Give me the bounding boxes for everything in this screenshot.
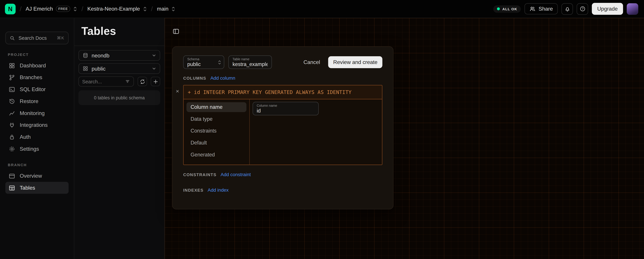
sidebar: Search Docs ⌘K PROJECT Dashboard Branche… (0, 18, 74, 259)
share-label: Share (539, 6, 553, 12)
sidebar-item-auth[interactable]: Auth (6, 131, 68, 143)
status-badge[interactable]: ALL OK (493, 5, 521, 12)
table-name-field-label: Table name (232, 57, 268, 61)
tables-icon (8, 185, 15, 191)
tab-generated[interactable]: Generated (186, 150, 246, 160)
sidebar-item-label: Settings (20, 146, 39, 152)
tables-panel-controls: neondb public (74, 46, 164, 109)
sidebar-item-monitoring[interactable]: Monitoring (6, 107, 68, 119)
gear-icon (8, 146, 15, 152)
refresh-icon (140, 79, 145, 84)
indexes-section-label: INDEXES (183, 188, 204, 192)
chevron-updown-icon (73, 6, 77, 12)
sidebar-item-sql-editor[interactable]: SQL Editor (6, 83, 68, 95)
breadcrumb-branch[interactable]: main (157, 6, 176, 12)
sidebar-item-integrations[interactable]: Integrations (6, 119, 68, 131)
column-editor-body: Column name Data type Constraints Defaul… (184, 99, 382, 165)
cancel-button[interactable]: Cancel (300, 57, 324, 68)
add-table-button[interactable] (151, 77, 160, 86)
panel-toggle-button[interactable] (171, 27, 180, 36)
tables-search-row (78, 76, 160, 87)
table-name-field[interactable]: Table name (228, 55, 272, 69)
chevron-updown-icon (171, 6, 176, 12)
tab-default[interactable]: Default (186, 138, 246, 148)
integrations-icon (8, 122, 15, 128)
sidebar-item-branches[interactable]: Branches (6, 71, 68, 83)
help-button[interactable]: ? (577, 3, 588, 14)
bell-icon (564, 6, 570, 12)
table-name-input[interactable] (232, 61, 268, 68)
filter-icon (125, 79, 130, 84)
sidebar-item-settings[interactable]: Settings (6, 143, 68, 155)
columns-section-label: COLUMNS (183, 76, 206, 80)
dashboard-icon (8, 62, 15, 69)
schema-select[interactable]: public (78, 63, 160, 74)
sidebar-item-overview[interactable]: Overview (6, 170, 68, 182)
sidebar-section-branch: BRANCH (8, 163, 74, 167)
schema-select-value: public (92, 65, 106, 72)
column-name-input[interactable] (256, 108, 314, 114)
breadcrumb-org[interactable]: AJ Emerich FREE (26, 6, 77, 12)
database-select[interactable]: neondb (78, 50, 160, 61)
branch-name: main (157, 6, 168, 12)
tables-search[interactable] (78, 76, 134, 87)
chevron-down-icon (152, 53, 156, 57)
plan-badge: FREE (56, 6, 70, 12)
add-constraint-link[interactable]: Add constraint (220, 172, 251, 177)
share-button[interactable]: Share (525, 3, 558, 14)
breadcrumb-project[interactable]: Kestra-Neon-Example (88, 6, 147, 12)
refresh-button[interactable] (138, 77, 147, 86)
panel-toggle-icon (172, 28, 179, 35)
page-title: Tables (74, 18, 164, 45)
column-name-field-label: Column name (256, 104, 314, 108)
tables-search-input[interactable] (82, 79, 122, 84)
sql-editor-icon (8, 86, 15, 93)
search-icon (10, 35, 15, 41)
canvas: Schema public Table name Cancel Review a… (164, 18, 644, 259)
search-docs-shortcut: ⌘K (57, 36, 64, 40)
sidebar-item-label: Auth (20, 134, 31, 140)
sidebar-item-restore[interactable]: Restore (6, 95, 68, 107)
help-icon: ? (579, 6, 586, 12)
sidebar-item-label: Tables (20, 185, 35, 191)
neon-logo[interactable]: N (5, 3, 16, 14)
sidebar-item-label: Integrations (20, 122, 48, 128)
tab-data-type[interactable]: Data type (186, 114, 246, 124)
branches-icon (8, 74, 15, 81)
chevron-updown-icon (218, 59, 222, 65)
project-name: Kestra-Neon-Example (88, 6, 140, 12)
monitoring-icon (8, 110, 15, 116)
search-docs-button[interactable]: Search Docs ⌘K (6, 32, 68, 44)
svg-text:?: ? (582, 7, 583, 10)
tables-panel: Tables neondb public (74, 18, 164, 259)
tab-constraints[interactable]: Constraints (186, 126, 246, 136)
schema-field-label: Schema (187, 57, 220, 61)
breadcrumb-separator: / (20, 5, 22, 12)
sidebar-section-project: PROJECT (8, 52, 74, 57)
column-definition-code[interactable]: + id INTEGER PRIMARY KEY GENERATED ALWAY… (184, 85, 382, 99)
column-name-field[interactable]: Column name (252, 102, 319, 115)
screen: N / AJ Emerich FREE / Kestra-Neon-Exampl… (0, 0, 644, 259)
sidebar-item-label: Restore (20, 98, 38, 104)
add-column-link[interactable]: Add column (210, 76, 235, 80)
upgrade-button[interactable]: Upgrade (592, 3, 623, 15)
user-avatar[interactable] (627, 3, 638, 14)
users-icon (530, 6, 536, 12)
sidebar-item-tables[interactable]: Tables (6, 182, 68, 194)
tab-column-name[interactable]: Column name (186, 102, 246, 112)
dialog-schema-select[interactable]: Schema public (183, 55, 224, 69)
database-icon (82, 52, 88, 58)
indexes-section-row: INDEXES Add index (183, 188, 382, 193)
chevron-down-icon (152, 66, 156, 71)
delete-column-button[interactable]: × (176, 88, 179, 94)
create-table-dialog: Schema public Table name Cancel Review a… (172, 46, 394, 209)
constraints-section-row: CONSTRAINTS Add constraint (183, 172, 382, 177)
add-index-link[interactable]: Add index (208, 188, 229, 193)
review-and-create-button[interactable]: Review and create (328, 56, 382, 68)
notifications-button[interactable] (562, 3, 573, 14)
topbar: N / AJ Emerich FREE / Kestra-Neon-Exampl… (0, 0, 644, 18)
topbar-actions: ALL OK Share ? Upgrade (493, 3, 638, 15)
overview-icon (8, 173, 15, 179)
sidebar-item-dashboard[interactable]: Dashboard (6, 59, 68, 71)
breadcrumb-separator: / (82, 5, 83, 12)
